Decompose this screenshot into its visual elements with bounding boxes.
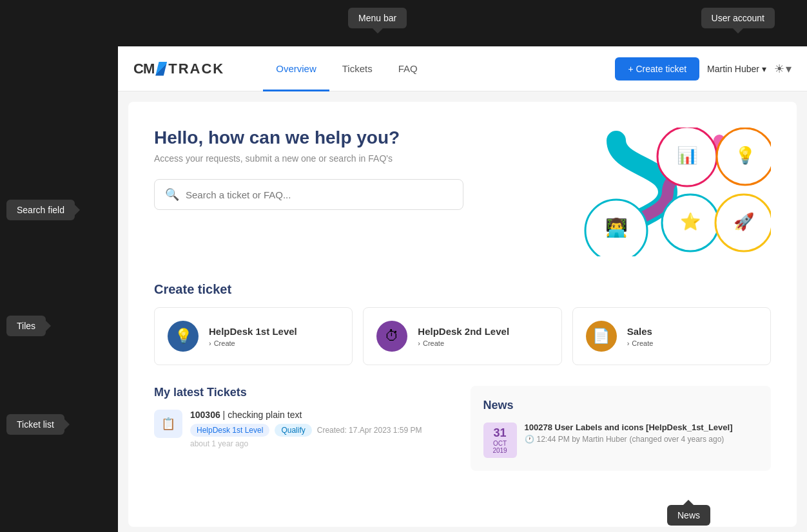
theme-toggle[interactable]: ☀ ▾ — [774, 62, 792, 76]
news-day: 31 — [493, 426, 506, 440]
search-box[interactable]: 🔍 — [154, 179, 463, 210]
illustration-svg: 👨‍💻 📊 💡 ⭐ 🚀 — [565, 128, 771, 256]
create-ticket-section: Create ticket 💡 HelpDesk 1st Level › Cre… — [154, 282, 771, 365]
news-time: 12:44 PM by Martin Huber — [537, 435, 627, 444]
tile-sales[interactable]: 📄 Sales › Create — [572, 307, 771, 365]
ticket-info: 100306 | checking plain text HelpDesk 1s… — [190, 410, 422, 448]
tooltip-ticketlist: Ticket list — [6, 414, 64, 435]
tickets-section: My latest Tickets 📋 100306 | checking pl… — [154, 386, 455, 471]
search-icon: 🔍 — [165, 187, 179, 202]
svg-text:📊: 📊 — [677, 145, 698, 166]
tooltip-useraccount: User account — [701, 8, 775, 28]
create-ticket-title: Create ticket — [154, 282, 771, 297]
search-input[interactable] — [186, 189, 452, 200]
helpdesk2-create[interactable]: › Create — [418, 339, 509, 347]
news-item: 31 Oct 2019 100278 User Labels and icons… — [483, 423, 759, 458]
nav-overview[interactable]: Overview — [263, 46, 329, 91]
helpdesk2-title: HelpDesk 2nd Level — [418, 326, 509, 337]
ticket-created: Created: 17.Apr 2023 1:59 PM — [317, 426, 422, 435]
helpdesk1-title: HelpDesk 1st Level — [209, 326, 297, 337]
svg-text:🚀: 🚀 — [734, 211, 755, 232]
ticket-id-title: 100306 | checking plain text — [190, 410, 422, 420]
tooltip-menubar-label: Menu bar — [358, 13, 396, 23]
user-name: Martin Huber — [707, 64, 759, 74]
sun-icon: ☀ — [774, 62, 784, 76]
ticket-item: 📋 100306 | checking plain text HelpDesk … — [154, 410, 455, 448]
ticket-avatar: 📋 — [154, 410, 182, 438]
tooltip-ticketlist-label: Ticket list — [17, 419, 54, 430]
tooltip-searchfield-label: Search field — [17, 205, 64, 215]
tooltip-searchfield: Search field — [6, 200, 75, 220]
news-changed: (changed over 4 years ago) — [630, 435, 724, 444]
svg-text:⭐: ⭐ — [680, 211, 701, 232]
logo-track: TRACK — [168, 61, 224, 77]
logo-slash — [155, 62, 167, 76]
ticket-time-ago: about 1 year ago — [190, 439, 422, 448]
news-content: 100278 User Labels and icons [HelpDesk_1… — [525, 423, 733, 444]
logo-cm: CM — [133, 61, 154, 77]
sales-icon: 📄 — [586, 321, 617, 352]
nav-tickets[interactable]: Tickets — [329, 46, 385, 91]
tooltip-tiles-label: Tiles — [17, 321, 35, 331]
nav-faq[interactable]: FAQ — [385, 46, 431, 91]
badge-qualify: Qualify — [275, 424, 311, 437]
helpdesk1-create[interactable]: › Create — [209, 339, 297, 347]
user-menu[interactable]: Martin Huber ▾ — [707, 64, 766, 74]
hero-subtitle: Access your requests, submit a new one o… — [154, 153, 463, 164]
tiles-grid: 💡 HelpDesk 1st Level › Create ⏱ — [154, 307, 771, 365]
app-container: CM TRACK Overview Tickets FAQ + Create t… — [118, 46, 807, 532]
news-date-badge: 31 Oct 2019 — [483, 423, 517, 458]
latest-tickets-title: My latest Tickets — [154, 386, 455, 399]
helpdesk1-icon: 💡 — [168, 321, 199, 352]
hero-text: Hello, how can we help you? Access your … — [154, 128, 463, 210]
sales-info: Sales › Create — [627, 326, 654, 347]
hero-section: Hello, how can we help you? Access your … — [154, 128, 771, 256]
header: CM TRACK Overview Tickets FAQ + Create t… — [118, 46, 807, 91]
tooltip-news: News — [667, 505, 710, 526]
tile-helpdesk1[interactable]: 💡 HelpDesk 1st Level › Create — [154, 307, 353, 365]
main-nav: Overview Tickets FAQ — [263, 46, 615, 91]
helpdesk2-icon: ⏱ — [376, 321, 407, 352]
tooltip-menubar: Menu bar — [348, 8, 407, 28]
sales-title: Sales — [627, 326, 654, 337]
create-ticket-button[interactable]: + Create ticket — [615, 57, 699, 81]
header-actions: + Create ticket Martin Huber ▾ ☀ ▾ — [615, 57, 792, 81]
chevron-down-icon: ▾ — [762, 64, 766, 74]
hero-illustration: 👨‍💻 📊 💡 ⭐ 🚀 — [565, 128, 771, 256]
tooltip-useraccount-label: User account — [712, 13, 764, 23]
news-year: 2019 — [492, 447, 507, 454]
tooltip-tiles: Tiles — [6, 316, 46, 336]
sales-create[interactable]: › Create — [627, 339, 654, 347]
helpdesk2-info: HelpDesk 2nd Level › Create — [418, 326, 509, 347]
news-section: News 31 Oct 2019 100278 User Labels and … — [471, 386, 772, 471]
bottom-section: My latest Tickets 📋 100306 | checking pl… — [154, 386, 771, 471]
news-item-title: 100278 User Labels and icons [HelpDesk_1… — [525, 423, 733, 432]
svg-text:💡: 💡 — [735, 145, 756, 166]
tooltip-news-label: News — [677, 510, 700, 520]
news-title: News — [483, 399, 759, 412]
helpdesk1-info: HelpDesk 1st Level › Create — [209, 326, 297, 347]
hero-title: Hello, how can we help you? — [154, 128, 463, 148]
main-content: Hello, how can we help you? Access your … — [128, 102, 797, 527]
news-month: Oct — [493, 440, 507, 447]
tile-helpdesk2[interactable]: ⏱ HelpDesk 2nd Level › Create — [363, 307, 561, 365]
logo: CM TRACK — [133, 61, 224, 77]
news-meta: 🕐 12:44 PM by Martin Huber (changed over… — [525, 435, 733, 444]
ticket-badges: HelpDesk 1st Level Qualify Created: 17.A… — [190, 424, 422, 437]
badge-helpdesk: HelpDesk 1st Level — [190, 424, 269, 437]
chevron-down-icon-theme: ▾ — [786, 62, 792, 76]
svg-text:👨‍💻: 👨‍💻 — [605, 217, 628, 238]
